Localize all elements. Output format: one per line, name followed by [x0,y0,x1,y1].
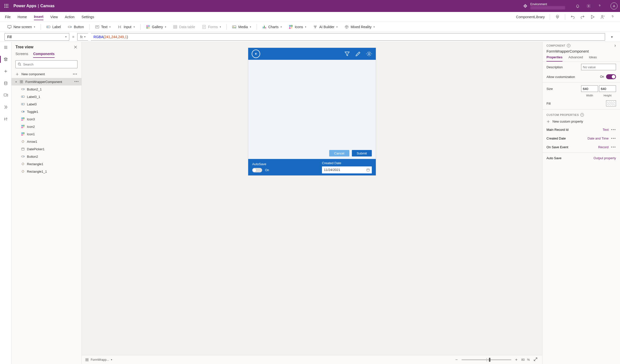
height-input[interactable] [599,85,616,92]
menu-file[interactable]: File [5,14,11,20]
tree-item-icon2[interactable]: Icon2 [11,123,81,130]
play-icon[interactable] [590,14,595,19]
tree-item-rectangle1-1[interactable]: Rectangle1_1 [11,168,81,175]
custom-prop-auto-save[interactable]: Auto Save Output property [542,154,620,162]
more-icon[interactable]: ••• [611,145,616,149]
tree-item-label3-1[interactable]: Label3_1 [11,93,81,100]
tree-item-button2-1[interactable]: Button2_1 [11,85,81,93]
undo-icon[interactable] [570,14,575,19]
fit-to-screen-icon[interactable] [532,357,539,362]
new-component-button[interactable]: New component [15,72,45,76]
formula-input[interactable]: RGBA(241, 244, 249, 1) [91,33,605,41]
ribbon-new-screen[interactable]: New screen▾ [4,25,38,29]
help-circle-icon[interactable]: ? [567,44,570,47]
rail-tools-icon[interactable] [3,117,8,122]
zoom-in-button[interactable]: + [514,358,519,362]
rail-hamburger-icon[interactable] [3,45,8,50]
waffle-button[interactable] [2,2,10,10]
ribbon-gallery[interactable]: Gallery▾ [143,25,169,29]
ribbon-button[interactable]: Button [65,25,87,29]
rail-tree-view-icon[interactable] [3,57,8,62]
prop-tab-ideas[interactable]: Ideas [589,55,597,62]
menu-home[interactable]: Home [18,14,27,20]
new-custom-property-button[interactable]: New custom property [542,118,620,125]
settings-gear-icon[interactable] [586,3,591,8]
property-selector[interactable]: Fill ▾ [4,33,69,41]
tree-search-box[interactable] [15,60,78,68]
menu-view[interactable]: View [50,14,58,20]
help-menu-icon[interactable] [610,14,615,19]
menu-action[interactable]: Action [65,14,75,20]
tree-close-icon[interactable] [74,45,78,49]
health-check-icon[interactable] [555,14,560,19]
created-date-picker[interactable]: 11/24/2021 [322,166,372,173]
zoom-slider[interactable] [462,359,511,360]
zoom-out-button[interactable]: − [454,358,459,362]
submit-button[interactable]: Submit [352,150,372,156]
notifications-icon[interactable] [575,3,580,8]
component-preview[interactable]: Cancel Submit AutoSave On Created Date 1… [248,48,376,175]
fill-color-swatch[interactable] [606,100,616,106]
ribbon-label[interactable]: Label [43,25,64,29]
description-input[interactable] [581,64,616,70]
tree-item-more-icon[interactable]: ••• [74,80,79,83]
help-circle-icon[interactable]: ? [580,113,584,117]
back-arrow-icon[interactable] [252,50,260,58]
ribbon-input[interactable]: Input▾ [115,25,138,29]
custom-prop-on-save-event[interactable]: On Save Event Record••• [542,143,620,151]
tree-item-arrow1[interactable]: Arrow1 [11,138,81,145]
new-component-more-icon[interactable]: ••• [73,73,78,76]
ribbon-charts[interactable]: Charts▾ [259,25,285,29]
rail-insert-icon[interactable] [3,69,8,74]
width-input[interactable] [581,85,598,92]
filter-icon[interactable] [344,51,350,57]
ribbon-text[interactable]: Text▾ [92,25,114,29]
custom-prop-created-date[interactable]: Created Date Date and Time••• [542,134,620,143]
tree-item-formwrappercomponent[interactable]: ▾ FormWrapperComponent ••• [11,78,81,85]
tree-item-label3[interactable]: Label3 [11,100,81,108]
help-icon[interactable] [597,3,602,8]
more-icon[interactable]: ••• [611,137,616,140]
label-icon [21,95,25,99]
tree-item-rectangle1[interactable]: Rectangle1 [11,160,81,168]
menu-insert[interactable]: Insert [34,14,43,20]
share-icon[interactable] [600,14,605,19]
component-library-label[interactable]: ComponentLibrary [516,15,545,19]
ribbon-mixed-reality[interactable]: Mixed Reality▾ [342,25,378,29]
custom-prop-main-record-id[interactable]: Main Record Id Text••• [542,125,620,134]
cancel-button[interactable]: Cancel [329,150,349,156]
user-avatar[interactable]: A [611,2,618,9]
brand-page: Canvas [40,4,55,8]
ribbon-media[interactable]: Media▾ [229,25,254,29]
ribbon-icons[interactable]: Icons▾ [286,25,309,29]
breadcrumb-selector[interactable]: FormWrapp... ▾ [85,358,112,362]
svg-point-25 [314,26,315,27]
tree-item-button2[interactable]: Button2 [11,153,81,160]
tree-item-datepicker1[interactable]: DatePicker1 [11,145,81,153]
rail-advanced-icon[interactable] [3,105,8,110]
tree-tab-screens[interactable]: Screens [15,52,28,58]
canvas-area[interactable]: Cancel Submit AutoSave On Created Date 1… [82,42,542,355]
edit-pencil-icon[interactable] [355,51,361,57]
autosave-toggle[interactable] [252,168,262,172]
expand-formula-icon[interactable]: ▾ [608,35,616,39]
fx-button[interactable]: fx ▾ [77,33,88,41]
tree-tab-components[interactable]: Components [33,52,55,58]
prop-tab-properties[interactable]: Properties [546,55,562,62]
properties-chevron-icon[interactable]: › [615,43,616,48]
gear-icon[interactable] [366,51,372,57]
more-icon[interactable]: ••• [611,128,616,132]
tree-item-icon1[interactable]: Icon1 [11,130,81,138]
rail-media-icon[interactable] [3,93,8,98]
chevron-down-icon[interactable]: ▾ [14,80,17,83]
redo-icon[interactable] [580,14,585,19]
ribbon-ai-builder[interactable]: AI Builder▾ [310,25,341,29]
environment-selector[interactable]: Environment [523,2,565,9]
prop-tab-advanced[interactable]: Advanced [568,55,583,62]
tree-item-icon3[interactable]: Icon3 [11,115,81,123]
tree-item-toggle1[interactable]: Toggle1 [11,108,81,115]
allow-customization-toggle[interactable] [606,74,616,79]
menu-settings[interactable]: Settings [81,14,94,20]
rail-data-icon[interactable] [3,81,8,86]
tree-search-input[interactable] [23,63,75,66]
